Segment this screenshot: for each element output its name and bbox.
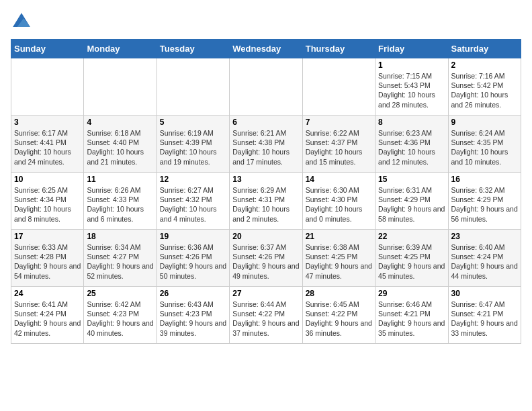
calendar-cell [302, 58, 375, 116]
day-info: Sunrise: 6:30 AM Sunset: 4:30 PM Dayligh… [306, 185, 372, 224]
calendar-header-wednesday: Wednesday [230, 40, 302, 58]
day-info: Sunrise: 6:41 AM Sunset: 4:24 PM Dayligh… [14, 300, 81, 338]
day-info: Sunrise: 6:45 AM Sunset: 4:22 PM Dayligh… [306, 300, 372, 338]
calendar-cell: 11Sunrise: 6:26 AM Sunset: 4:33 PM Dayli… [84, 173, 157, 230]
page-header [11, 11, 521, 32]
calendar-cell: 15Sunrise: 6:31 AM Sunset: 4:29 PM Dayli… [375, 173, 448, 230]
calendar-cell: 1Sunrise: 7:15 AM Sunset: 5:43 PM Daylig… [375, 58, 448, 116]
day-number: 16 [451, 175, 518, 184]
day-number: 7 [306, 118, 372, 127]
day-info: Sunrise: 6:25 AM Sunset: 4:34 PM Dayligh… [14, 185, 81, 224]
day-info: Sunrise: 6:21 AM Sunset: 4:38 PM Dayligh… [232, 128, 299, 167]
day-number: 21 [306, 232, 372, 241]
day-info: Sunrise: 6:36 AM Sunset: 4:26 PM Dayligh… [160, 242, 226, 281]
day-number: 3 [14, 118, 81, 127]
day-info: Sunrise: 6:42 AM Sunset: 4:23 PM Dayligh… [87, 300, 153, 338]
day-info: Sunrise: 6:46 AM Sunset: 4:21 PM Dayligh… [378, 300, 445, 338]
day-number: 1 [378, 60, 445, 70]
day-info: Sunrise: 6:39 AM Sunset: 4:25 PM Dayligh… [378, 242, 445, 281]
calendar-cell: 22Sunrise: 6:39 AM Sunset: 4:25 PM Dayli… [375, 230, 448, 287]
calendar-cell: 10Sunrise: 6:25 AM Sunset: 4:34 PM Dayli… [11, 173, 84, 230]
day-info: Sunrise: 6:43 AM Sunset: 4:23 PM Dayligh… [160, 300, 226, 338]
day-info: Sunrise: 6:26 AM Sunset: 4:33 PM Dayligh… [87, 185, 153, 224]
calendar-cell: 16Sunrise: 6:32 AM Sunset: 4:29 PM Dayli… [448, 173, 521, 230]
day-number: 5 [160, 118, 226, 127]
day-number: 6 [232, 118, 299, 127]
day-info: Sunrise: 6:27 AM Sunset: 4:32 PM Dayligh… [160, 185, 226, 224]
day-info: Sunrise: 6:32 AM Sunset: 4:29 PM Dayligh… [451, 185, 518, 224]
day-number: 15 [378, 175, 445, 184]
day-info: Sunrise: 6:24 AM Sunset: 4:35 PM Dayligh… [451, 128, 518, 167]
day-info: Sunrise: 6:33 AM Sunset: 4:28 PM Dayligh… [14, 242, 81, 281]
calendar-cell: 3Sunrise: 6:17 AM Sunset: 4:41 PM Daylig… [11, 116, 84, 173]
day-number: 20 [232, 232, 299, 241]
calendar-cell: 29Sunrise: 6:46 AM Sunset: 4:21 PM Dayli… [375, 287, 448, 344]
day-number: 22 [378, 232, 445, 241]
calendar-table: SundayMondayTuesdayWednesdayThursdayFrid… [11, 39, 521, 344]
calendar-cell [157, 58, 229, 116]
day-number: 26 [160, 289, 226, 298]
day-info: Sunrise: 6:38 AM Sunset: 4:25 PM Dayligh… [306, 242, 372, 281]
calendar-cell: 21Sunrise: 6:38 AM Sunset: 4:25 PM Dayli… [302, 230, 375, 287]
calendar-cell: 24Sunrise: 6:41 AM Sunset: 4:24 PM Dayli… [11, 287, 84, 344]
day-number: 8 [378, 118, 445, 127]
day-info: Sunrise: 6:22 AM Sunset: 4:37 PM Dayligh… [306, 128, 372, 167]
calendar-header-thursday: Thursday [302, 40, 375, 58]
day-info: Sunrise: 6:23 AM Sunset: 4:36 PM Dayligh… [378, 128, 445, 167]
calendar-cell: 5Sunrise: 6:19 AM Sunset: 4:39 PM Daylig… [157, 116, 229, 173]
calendar-cell: 23Sunrise: 6:40 AM Sunset: 4:24 PM Dayli… [448, 230, 521, 287]
calendar-cell: 14Sunrise: 6:30 AM Sunset: 4:30 PM Dayli… [302, 173, 375, 230]
day-number: 12 [160, 175, 226, 184]
day-number: 24 [14, 289, 81, 298]
calendar-cell: 18Sunrise: 6:34 AM Sunset: 4:27 PM Dayli… [84, 230, 157, 287]
calendar-cell: 20Sunrise: 6:37 AM Sunset: 4:26 PM Dayli… [230, 230, 302, 287]
calendar-week-row: 1Sunrise: 7:15 AM Sunset: 5:43 PM Daylig… [11, 58, 521, 116]
day-number: 11 [87, 175, 153, 184]
calendar-cell: 13Sunrise: 6:29 AM Sunset: 4:31 PM Dayli… [230, 173, 302, 230]
day-info: Sunrise: 6:34 AM Sunset: 4:27 PM Dayligh… [87, 242, 153, 281]
calendar-header-monday: Monday [84, 40, 157, 58]
day-number: 2 [451, 60, 518, 70]
calendar-week-row: 3Sunrise: 6:17 AM Sunset: 4:41 PM Daylig… [11, 116, 521, 173]
day-number: 9 [451, 118, 518, 127]
calendar-cell: 30Sunrise: 6:47 AM Sunset: 4:21 PM Dayli… [448, 287, 521, 344]
day-number: 19 [160, 232, 226, 241]
day-number: 28 [306, 289, 372, 298]
calendar-cell: 6Sunrise: 6:21 AM Sunset: 4:38 PM Daylig… [230, 116, 302, 173]
calendar-week-row: 17Sunrise: 6:33 AM Sunset: 4:28 PM Dayli… [11, 230, 521, 287]
day-info: Sunrise: 7:16 AM Sunset: 5:42 PM Dayligh… [451, 71, 518, 109]
calendar-cell [84, 58, 157, 116]
day-number: 10 [14, 175, 81, 184]
calendar-cell: 26Sunrise: 6:43 AM Sunset: 4:23 PM Dayli… [157, 287, 229, 344]
day-info: Sunrise: 6:31 AM Sunset: 4:29 PM Dayligh… [378, 185, 445, 224]
day-number: 4 [87, 118, 153, 127]
calendar-cell: 28Sunrise: 6:45 AM Sunset: 4:22 PM Dayli… [302, 287, 375, 344]
day-number: 25 [87, 289, 153, 298]
calendar-cell: 17Sunrise: 6:33 AM Sunset: 4:28 PM Dayli… [11, 230, 84, 287]
day-info: Sunrise: 6:19 AM Sunset: 4:39 PM Dayligh… [160, 128, 226, 167]
calendar-cell: 2Sunrise: 7:16 AM Sunset: 5:42 PM Daylig… [448, 58, 521, 116]
calendar-cell: 7Sunrise: 6:22 AM Sunset: 4:37 PM Daylig… [302, 116, 375, 173]
day-number: 29 [378, 289, 445, 298]
day-number: 27 [232, 289, 299, 298]
day-number: 17 [14, 232, 81, 241]
calendar-cell: 12Sunrise: 6:27 AM Sunset: 4:32 PM Dayli… [157, 173, 229, 230]
calendar-header-row: SundayMondayTuesdayWednesdayThursdayFrid… [11, 40, 521, 58]
calendar-header-friday: Friday [375, 40, 448, 58]
calendar-week-row: 24Sunrise: 6:41 AM Sunset: 4:24 PM Dayli… [11, 287, 521, 344]
calendar-cell: 8Sunrise: 6:23 AM Sunset: 4:36 PM Daylig… [375, 116, 448, 173]
day-number: 14 [306, 175, 372, 184]
day-number: 18 [87, 232, 153, 241]
calendar-cell: 19Sunrise: 6:36 AM Sunset: 4:26 PM Dayli… [157, 230, 229, 287]
day-info: Sunrise: 6:37 AM Sunset: 4:26 PM Dayligh… [232, 242, 299, 281]
day-number: 23 [451, 232, 518, 241]
day-number: 13 [232, 175, 299, 184]
calendar-cell: 9Sunrise: 6:24 AM Sunset: 4:35 PM Daylig… [448, 116, 521, 173]
logo-icon [11, 11, 32, 32]
calendar-header-saturday: Saturday [448, 40, 521, 58]
day-info: Sunrise: 6:29 AM Sunset: 4:31 PM Dayligh… [232, 185, 299, 224]
day-info: Sunrise: 6:17 AM Sunset: 4:41 PM Dayligh… [14, 128, 81, 167]
calendar-cell: 25Sunrise: 6:42 AM Sunset: 4:23 PM Dayli… [84, 287, 157, 344]
calendar-week-row: 10Sunrise: 6:25 AM Sunset: 4:34 PM Dayli… [11, 173, 521, 230]
day-info: Sunrise: 6:47 AM Sunset: 4:21 PM Dayligh… [451, 300, 518, 338]
